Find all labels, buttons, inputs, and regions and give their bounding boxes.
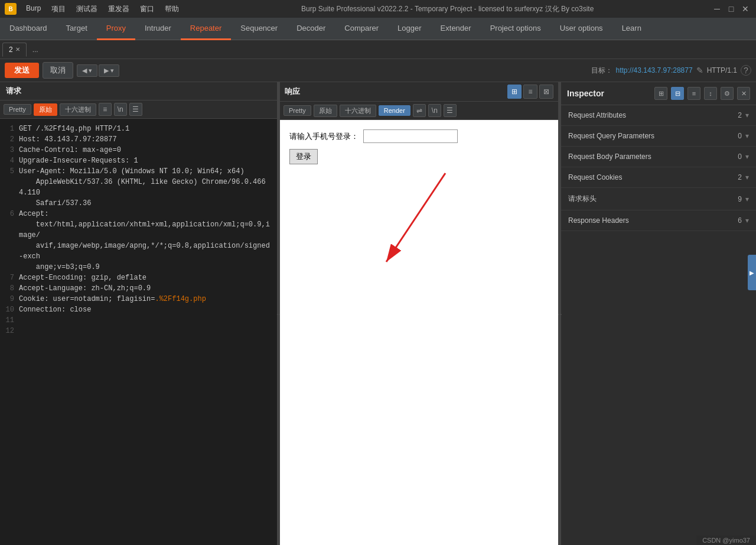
inspector-close-icon[interactable]: ✕: [737, 87, 750, 100]
send-button[interactable]: 发送: [5, 63, 39, 78]
inspector-header: Inspector ⊞ ⊟ ≡ ↕ ⚙ ✕: [561, 82, 756, 105]
minimize-button[interactable]: ─: [711, 3, 723, 15]
req-menu-icon[interactable]: ☰: [129, 103, 142, 116]
resp-view-grid-btn[interactable]: ⊠: [539, 85, 553, 99]
titlebar-left: B Burp 项目 测试器 重发器 窗口 帮助: [5, 3, 184, 15]
titlebar: B Burp 项目 测试器 重发器 窗口 帮助 Burp Suite Profe…: [0, 0, 756, 18]
req-list-icon[interactable]: ≡: [99, 103, 112, 116]
resp-view-split-btn[interactable]: ⊞: [507, 85, 522, 99]
query-params-chevron: ▾: [745, 132, 749, 140]
tab-proxy[interactable]: Proxy: [97, 18, 135, 40]
tab-target[interactable]: Target: [57, 18, 97, 40]
req-hex-btn[interactable]: 十六进制: [60, 103, 96, 116]
login-button[interactable]: 登录: [289, 149, 318, 164]
tab-intruder[interactable]: Intruder: [135, 18, 181, 40]
render-content: 请输入手机号登录： 登录: [289, 129, 549, 164]
tab-user-options[interactable]: User options: [550, 18, 612, 40]
tab-learn[interactable]: Learn: [612, 18, 651, 40]
req-pretty-btn[interactable]: Pretty: [4, 104, 31, 115]
tab-sequencer[interactable]: Sequencer: [231, 18, 287, 40]
response-panel: 响应 ⊞ ≡ ⊠ Pretty 原始 十六进制 Render ⇌ \n ☰ 请输…: [280, 82, 559, 545]
prev-button[interactable]: ◀ ▾: [77, 64, 97, 77]
menu-burp[interactable]: Burp: [21, 3, 45, 15]
request-panel: 请求 Pretty 原始 十六进制 ≡ \n ☰ 1GET /.%2Ff14g.…: [0, 82, 278, 545]
phone-input[interactable]: [363, 129, 458, 143]
query-params-right: 0 ▾: [738, 132, 749, 140]
resp-pretty-btn[interactable]: Pretty: [284, 105, 311, 116]
history-nav: ◀ ▾ ▶ ▾: [77, 64, 119, 77]
nav-tabs: Dashboard Target Proxy Intruder Repeater…: [0, 18, 756, 40]
response-inspector-divider[interactable]: ⋮: [559, 82, 561, 545]
phone-label: 请输入手机号登录：: [289, 131, 359, 142]
inspector-sort-icon[interactable]: ↕: [704, 87, 717, 100]
resp-newline-icon[interactable]: \n: [428, 104, 441, 117]
req-raw-btn[interactable]: 原始: [34, 103, 57, 116]
inspector-row-body-params[interactable]: Request Body Parameters 0 ▾: [561, 147, 756, 167]
menu-help[interactable]: 帮助: [160, 3, 184, 15]
resp-render-btn[interactable]: Render: [379, 105, 410, 116]
resp-view-list-btn[interactable]: ≡: [523, 85, 537, 99]
repeater-subtabs: 2 ✕ ...: [0, 40, 756, 59]
tab-repeater[interactable]: Repeater: [181, 18, 231, 40]
tab-logger[interactable]: Logger: [388, 18, 431, 40]
annotation-arrow: [327, 155, 516, 309]
request-header: 请求: [0, 82, 277, 100]
close-button[interactable]: ✕: [739, 3, 751, 15]
inspector-settings-icon[interactable]: ⚙: [721, 87, 734, 100]
resp-swap-icon[interactable]: ⇌: [413, 104, 426, 117]
next-button[interactable]: ▶ ▾: [99, 64, 119, 77]
request-body[interactable]: 1GET /.%2Ff14g.php HTTP/1.1 2Host: 43.14…: [0, 119, 277, 545]
subtab-2[interactable]: 2 ✕: [2, 43, 27, 57]
maximize-button[interactable]: □: [725, 3, 737, 15]
inspector-row-query-params[interactable]: Request Query Parameters 0 ▾: [561, 126, 756, 147]
statusbar-text: CSDN @yimo37: [702, 537, 750, 544]
req-newline-icon[interactable]: \n: [114, 103, 127, 116]
inspector-row-req-headers[interactable]: 请求标头 9 ▾: [561, 188, 756, 210]
menu-resender[interactable]: 重发器: [103, 3, 134, 15]
inspector-title: Inspector: [567, 89, 604, 98]
cookies-label: Request Cookies: [568, 173, 622, 181]
resp-hex-btn[interactable]: 十六进制: [340, 105, 376, 117]
inspector-row-resp-headers[interactable]: Response Headers 6 ▾: [561, 210, 756, 231]
target-info: 目标： http://43.143.7.97:28877 ✎ HTTP/1.1 …: [591, 65, 751, 76]
resp-raw-btn[interactable]: 原始: [314, 105, 337, 117]
login-form-row: 请输入手机号登录：: [289, 129, 549, 143]
help-icon[interactable]: ?: [741, 65, 751, 76]
inspector-list-icon[interactable]: ≡: [687, 87, 700, 100]
response-toolbar: Pretty 原始 十六进制 Render ⇌ \n ☰: [280, 102, 558, 120]
inspector-icons: ⊞ ⊟ ≡ ↕ ⚙ ✕: [654, 87, 750, 100]
inspector-row-req-attrs[interactable]: Request Attributes 2 ▾: [561, 105, 756, 126]
body-params-right: 0 ▾: [738, 153, 749, 161]
resp-headers-count: 6: [738, 216, 742, 225]
svg-line-1: [386, 173, 445, 262]
window-controls: ─ □ ✕: [711, 3, 751, 15]
edit-target-icon[interactable]: ✎: [696, 66, 703, 75]
inspector-col-icon[interactable]: ⊟: [671, 87, 684, 100]
burp-logo: B: [5, 3, 17, 15]
body-params-count: 0: [738, 153, 742, 161]
tab-comparer[interactable]: Comparer: [335, 18, 388, 40]
tab-extender[interactable]: Extender: [431, 18, 481, 40]
tab-project-options[interactable]: Project options: [481, 18, 550, 40]
tab-decoder[interactable]: Decoder: [287, 18, 335, 40]
close-tab-icon[interactable]: ✕: [15, 46, 20, 53]
request-toolbar: Pretty 原始 十六进制 ≡ \n ☰: [0, 100, 277, 119]
req-attrs-right: 2 ▾: [738, 111, 749, 119]
body-params-chevron: ▾: [745, 153, 749, 161]
response-view-buttons: ⊞ ≡ ⊠: [507, 85, 553, 99]
menu-tester[interactable]: 测试器: [71, 3, 102, 15]
req-attrs-chevron: ▾: [745, 111, 749, 119]
cancel-button[interactable]: 取消: [43, 62, 73, 79]
response-render-area: 请输入手机号登录： 登录: [280, 120, 558, 545]
subtab-more[interactable]: ...: [28, 43, 43, 56]
right-sidebar-toggle[interactable]: ▶: [748, 255, 756, 290]
target-url: http://43.143.7.97:28877: [616, 66, 693, 74]
menu-project[interactable]: 项目: [47, 3, 70, 15]
response-title: 响应: [285, 86, 300, 97]
req-headers-chevron: ▾: [745, 195, 749, 203]
resp-menu-icon[interactable]: ☰: [444, 104, 457, 117]
menu-window[interactable]: 窗口: [135, 3, 159, 15]
inspector-grid-icon[interactable]: ⊞: [654, 87, 667, 100]
inspector-row-cookies[interactable]: Request Cookies 2 ▾: [561, 167, 756, 188]
tab-dashboard[interactable]: Dashboard: [0, 18, 57, 40]
